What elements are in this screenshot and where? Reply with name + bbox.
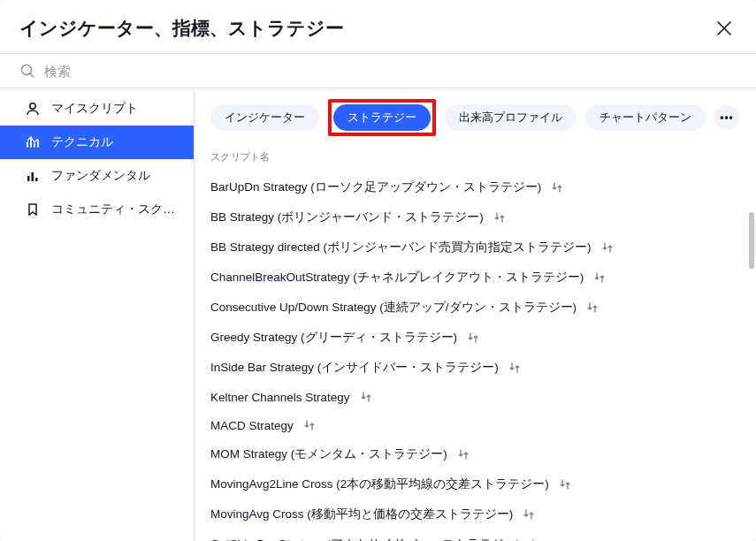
arrows-icon <box>558 477 572 491</box>
list-column-header: スクリプト名 <box>195 145 756 172</box>
list-item-label: MovingAvg Cross (移動平均と価格の交差ストラテジー) <box>210 507 513 522</box>
modal-header: インジケーター、指標、ストラテジー <box>0 0 756 54</box>
sidebar-item-3[interactable]: コミュニティ・スク… <box>0 193 194 226</box>
filter-chip-2[interactable]: 出来高プロファイル <box>445 104 577 131</box>
list-item-label: Greedy Strategy (グリーディ・ストラテジー) <box>210 330 457 346</box>
svg-rect-3 <box>32 172 34 181</box>
sidebar-item-1[interactable]: テクニカル <box>0 126 194 159</box>
sidebar-item-label: テクニカル <box>51 134 113 150</box>
list-item[interactable]: BarUpDn Strategy (ローソク足アップダウン・ストラテジー) <box>210 172 740 202</box>
sidebar-item-0[interactable]: マイスクリプト <box>0 92 194 126</box>
filter-chip-0[interactable]: インジケーター <box>210 104 319 131</box>
search-input[interactable] <box>44 64 737 79</box>
sidebar-item-2[interactable]: ファンダメンタル <box>0 159 194 193</box>
arrows-icon <box>585 301 599 315</box>
sidebar-item-label: マイスクリプト <box>51 101 138 117</box>
list-item-label: Keltner Channels Strategy <box>210 391 350 404</box>
sidebar-item-label: ファンダメンタル <box>51 168 150 184</box>
bookmark-icon <box>25 202 41 217</box>
list-item[interactable]: Consecutive Up/Down Strategy (連続アップ/ダウン・… <box>210 293 740 323</box>
list-item[interactable]: Keltner Channels Strategy <box>210 383 740 411</box>
sidebar-item-label: コミュニティ・スク… <box>51 202 175 217</box>
modal-title: インジケーター、指標、ストラテジー <box>19 16 344 41</box>
list-item[interactable]: BB Strategy (ボリンジャーバンド・ストラテジー) <box>210 202 740 232</box>
arrows-icon <box>302 418 317 432</box>
search-icon <box>19 63 35 79</box>
main-panel: インジケーターストラテジー出来高プロファイルチャートパターン••• スクリプト名… <box>195 88 756 541</box>
search-row <box>0 54 756 88</box>
list-item[interactable]: OutSide Bar Strategy (アウトサイドバー・ストラテジー) <box>210 530 740 541</box>
filter-chip-1[interactable]: ストラテジー <box>333 104 431 131</box>
arrows-icon <box>508 361 522 375</box>
arrows-icon <box>592 270 607 285</box>
filter-chip-3[interactable]: チャートパターン <box>585 104 706 131</box>
svg-rect-4 <box>35 178 38 181</box>
list-item-label: OutSide Bar Strategy (アウトサイドバー・ストラテジー) <box>210 537 520 541</box>
list-item-label: Consecutive Up/Down Strategy (連続アップ/ダウン・… <box>210 300 577 316</box>
highlight-box: ストラテジー <box>328 99 436 136</box>
svg-rect-2 <box>27 176 30 181</box>
arrows-icon <box>550 180 564 194</box>
arrows-icon <box>600 240 615 255</box>
chart-icon <box>25 168 41 184</box>
filter-chips: インジケーターストラテジー出来高プロファイルチャートパターン••• <box>195 88 756 145</box>
list-item-label: MOM Strategy (モメンタム・ストラテジー) <box>210 446 447 462</box>
arrows-icon <box>359 390 373 404</box>
close-button[interactable] <box>712 16 737 41</box>
person-icon <box>25 101 41 117</box>
list-item-label: InSide Bar Strategy (インサイドバー・ストラテジー) <box>210 360 499 376</box>
list-item[interactable]: ChannelBreakOutStrategy (チャネルブレイクアウト・ストラ… <box>210 263 740 293</box>
list-item-label: BB Strategy directed (ボリンジャーバンド売買方向指定ストラ… <box>210 240 592 255</box>
arrows-icon <box>493 210 507 225</box>
list-item-label: MovingAvg2Line Cross (2本の移動平均線の交差ストラテジー) <box>210 476 549 492</box>
list-item[interactable]: MACD Strategy <box>210 411 740 439</box>
arrows-icon <box>456 447 470 461</box>
close-icon <box>716 20 732 36</box>
bars-icon <box>25 134 41 150</box>
list-item[interactable]: BB Strategy directed (ボリンジャーバンド売買方向指定ストラ… <box>210 232 740 263</box>
arrows-icon <box>522 507 536 522</box>
list-item[interactable]: MovingAvg2Line Cross (2本の移動平均線の交差ストラテジー) <box>210 469 740 499</box>
svg-point-1 <box>30 103 35 109</box>
indicators-modal: インジケーター、指標、ストラテジー マイスクリプトテクニカルファンダメンタルコミ… <box>0 0 756 541</box>
arrows-icon <box>466 331 480 345</box>
list-item-label: BarUpDn Strategy (ローソク足アップダウン・ストラテジー) <box>210 179 541 195</box>
scrollbar-thumb[interactable] <box>749 212 754 269</box>
list-item[interactable]: Greedy Strategy (グリーディ・ストラテジー) <box>210 323 740 353</box>
more-button[interactable]: ••• <box>714 105 739 130</box>
list-item-label: ChannelBreakOutStrategy (チャネルブレイクアウト・ストラ… <box>210 270 584 286</box>
list-item[interactable]: InSide Bar Strategy (インサイドバー・ストラテジー) <box>210 353 740 383</box>
arrows-icon <box>529 537 543 541</box>
list-item[interactable]: MOM Strategy (モメンタム・ストラテジー) <box>210 439 740 469</box>
list-item-label: MACD Strategy <box>210 419 294 432</box>
list-item[interactable]: MovingAvg Cross (移動平均と価格の交差ストラテジー) <box>210 499 740 530</box>
modal-body: マイスクリプトテクニカルファンダメンタルコミュニティ・スク… インジケータースト… <box>0 88 756 541</box>
list-item-label: BB Strategy (ボリンジャーバンド・ストラテジー) <box>210 210 484 225</box>
script-list[interactable]: BarUpDn Strategy (ローソク足アップダウン・ストラテジー)BB … <box>195 172 756 541</box>
sidebar: マイスクリプトテクニカルファンダメンタルコミュニティ・スク… <box>0 88 195 541</box>
